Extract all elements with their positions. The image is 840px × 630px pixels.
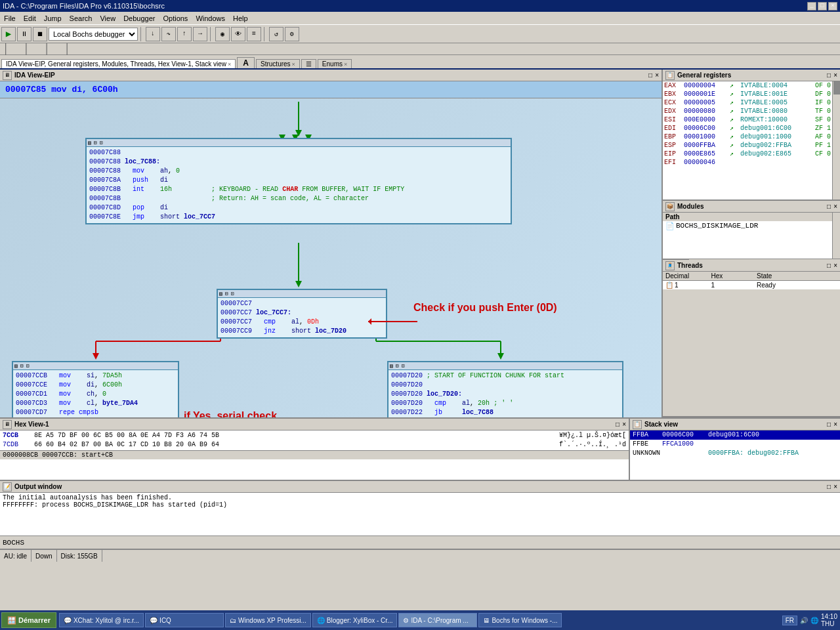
- taskbar-item-blogger[interactable]: 🌐 Blogger: XyliBox - Cr...: [312, 613, 398, 627]
- tab-list-icon[interactable]: ☰: [301, 59, 316, 68]
- code-line: 00007C8D pop di: [89, 203, 508, 213]
- stack-button[interactable]: ≡: [247, 27, 261, 41]
- cb2-icon3[interactable]: ⊡: [231, 291, 234, 297]
- cb1-icon1[interactable]: ▤: [88, 140, 91, 146]
- thr-float-button[interactable]: □: [827, 262, 831, 269]
- run-to-cursor-button[interactable]: →: [193, 27, 207, 41]
- watch-button[interactable]: 👁: [231, 27, 245, 41]
- cb1-icon2[interactable]: ⊟: [94, 140, 97, 146]
- run-button[interactable]: ▶: [1, 27, 16, 41]
- debugger-selector[interactable]: Local Bochs debugger: [49, 28, 138, 41]
- serial-arrow: ◀: [177, 415, 185, 417]
- code-line: 00007C88: [89, 148, 508, 158]
- tab-main[interactable]: IDA View-EIP, General registers, Modules…: [1, 59, 236, 68]
- xchat-icon: 💬: [64, 617, 72, 624]
- code-block-4-body: 00007D20 ; START OF FUNCTION CHUNK FOR s…: [388, 370, 622, 417]
- ida-label: IDA - C:\Program ...: [411, 617, 468, 624]
- close-button[interactable]: ×: [828, 2, 837, 10]
- module-row[interactable]: 📄 BOCHS_DISKIMAGE_LDR: [663, 221, 832, 231]
- taskbar-item-xchat[interactable]: 💬 XChat: Xylitol @ irc.r...: [59, 613, 144, 627]
- mod-close-button[interactable]: ×: [833, 203, 837, 210]
- menu-edit[interactable]: Edit: [20, 13, 40, 24]
- menu-jump[interactable]: Jump: [40, 13, 66, 24]
- tab-enums-close[interactable]: ×: [344, 61, 347, 68]
- menu-help[interactable]: Help: [229, 13, 252, 24]
- mod-float-button[interactable]: □: [827, 203, 831, 210]
- step-out-button[interactable]: ↑: [177, 27, 192, 41]
- tab-structures[interactable]: Structures ×: [256, 59, 300, 68]
- tab-structures-close[interactable]: ×: [292, 61, 295, 68]
- menu-file[interactable]: File: [0, 13, 20, 24]
- tab-main-close[interactable]: ×: [228, 61, 231, 68]
- taskbar-item-icq[interactable]: 💬 ICQ: [145, 613, 224, 627]
- registers-scrollbar[interactable]: [832, 81, 840, 200]
- taskbar-item-winxp[interactable]: 🗂 Windows XP Professi...: [225, 613, 311, 627]
- window-title: IDA - C:\Program Files\IDA Pro v6.110315…: [3, 2, 165, 10]
- code-block-3: ▤ ⊟ ⊡ 00007CCB mov si, 7DA5h 00007CCE mo…: [12, 361, 179, 417]
- breakpoint-button[interactable]: ◉: [215, 27, 230, 41]
- registers-controls: □ ×: [827, 72, 837, 79]
- ida-float-button[interactable]: □: [648, 72, 652, 79]
- start-button[interactable]: 🪟 Démarrer: [1, 612, 56, 628]
- cb4-icon3[interactable]: ⊡: [402, 363, 405, 369]
- thr-close-button[interactable]: ×: [833, 262, 837, 269]
- hex-line-2: 7CDB 66 60 B4 02 B7 00 BA 0C 17 CD 10 B8…: [3, 440, 626, 450]
- menu-windows[interactable]: Windows: [192, 13, 229, 24]
- cb1-icon3[interactable]: ⊡: [100, 140, 103, 146]
- output-area: 📝 Output window □ × The initial autoanal…: [0, 481, 840, 549]
- stop-button[interactable]: ⏹: [33, 27, 47, 41]
- output-close-button[interactable]: ×: [833, 483, 837, 490]
- code-line: 00007CC7 cmp al, 0Dh: [220, 318, 383, 327]
- code-line: 00007CC7 loc_7CC7:: [220, 308, 383, 318]
- menu-options[interactable]: Options: [159, 13, 192, 24]
- tab-structures-label: Structures: [261, 60, 291, 68]
- cb3-icon1[interactable]: ▤: [14, 363, 18, 369]
- reg-float-button[interactable]: □: [827, 72, 831, 79]
- reg-close-button[interactable]: ×: [833, 72, 837, 79]
- menu-view[interactable]: View: [96, 13, 119, 24]
- stack-ref-3: 0000FFBA: debug002:FFBA: [708, 449, 837, 458]
- stack-addr-1: FFBA: [633, 430, 662, 440]
- cb4-icon2[interactable]: ⊟: [396, 363, 399, 369]
- registers-icon: 📋: [665, 71, 675, 80]
- toolbar: ▶ ⏸ ⏹ Local Bochs debugger ↓ ↷ ↑ → ◉ 👁 ≡…: [0, 25, 840, 43]
- tab-enums[interactable]: Enums ×: [318, 59, 352, 68]
- stack-close-button[interactable]: ×: [833, 421, 837, 428]
- cb3-icon2[interactable]: ⊟: [20, 363, 24, 369]
- step-over-button[interactable]: ↷: [161, 27, 176, 41]
- hex-float-button[interactable]: □: [616, 421, 620, 428]
- stack-float-button[interactable]: □: [827, 421, 831, 428]
- flow-graph[interactable]: ▤ ⊟ ⊡ 00007C88 00007C88 loc_7C88: 00007C…: [0, 98, 662, 417]
- thread-decimal: 📋1: [663, 281, 709, 289]
- step-into-button[interactable]: ↓: [146, 27, 160, 41]
- taskbar-time: 14:10: [821, 613, 837, 620]
- menu-search[interactable]: Search: [66, 13, 96, 24]
- tab-a[interactable]: A: [237, 57, 255, 68]
- hex-status: 0000008CB 00007CCB: start+CB: [0, 450, 629, 459]
- cb2-icon1[interactable]: ▤: [219, 291, 222, 297]
- cb3-icon3[interactable]: ⊡: [26, 363, 30, 369]
- reg-row-esi: ESI 000E0000 ↗ ROMEXT:10000 SF 0: [663, 116, 832, 124]
- hex-view-controls: □ ×: [616, 421, 626, 428]
- ida-view-panel: 🖥 IDA View-EIP □ × 00007C85 mov di, 6C00…: [0, 70, 663, 417]
- cb4-icon1[interactable]: ▤: [390, 363, 393, 369]
- modules-scrollbar-v[interactable]: [832, 213, 840, 259]
- ida-close-button[interactable]: ×: [655, 72, 659, 79]
- taskbar-item-bochs[interactable]: 🖥 Bochs for Windows -...: [478, 613, 562, 627]
- code-line: 00007C8B ; Return: AH = scan code, AL = …: [89, 194, 508, 203]
- code-line: 00007CC7: [220, 299, 383, 308]
- settings-button[interactable]: ⚙: [285, 27, 299, 41]
- output-float-button[interactable]: □: [827, 483, 831, 490]
- refresh-button[interactable]: ↺: [269, 27, 284, 41]
- menu-debugger[interactable]: Debugger: [119, 13, 159, 24]
- lang-button[interactable]: FR: [782, 616, 797, 625]
- hex-close-button[interactable]: ×: [622, 421, 626, 428]
- cb2-icon2[interactable]: ⊟: [225, 291, 228, 297]
- maximize-button[interactable]: □: [818, 2, 827, 10]
- taskbar-item-ida[interactable]: ⚙ IDA - C:\Program ...: [398, 613, 477, 627]
- pause-button[interactable]: ⏸: [17, 27, 32, 41]
- threads-col-headers: Decimal Hex State: [663, 272, 840, 281]
- window-controls[interactable]: _ □ ×: [807, 2, 837, 10]
- minimize-button[interactable]: _: [807, 2, 816, 10]
- reg-row-eax: EAX 00000004 ↗ IVTABLE:0004 OF 0: [663, 81, 832, 90]
